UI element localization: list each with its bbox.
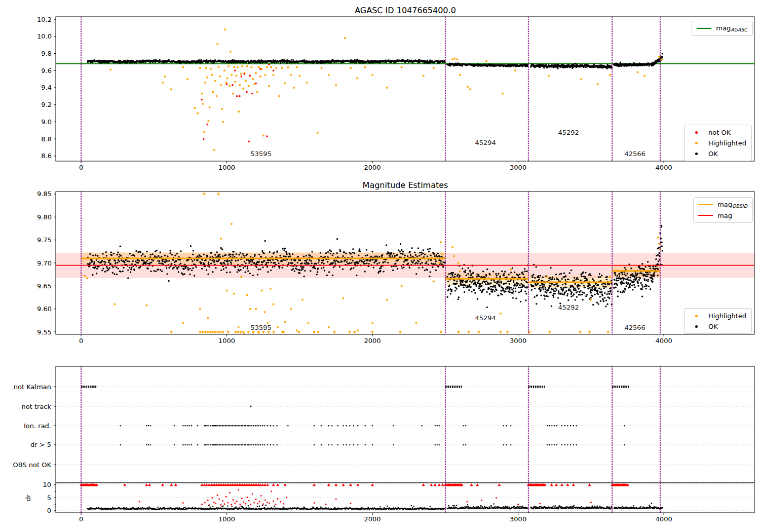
flag-row-label: OBS not OK <box>13 461 52 469</box>
legend-entry: Highlighted <box>689 311 746 320</box>
top-xtick: 0 <box>79 164 83 171</box>
flag-row-label: Ion. rad. <box>24 422 51 430</box>
legend-label: Highlighted <box>708 140 746 146</box>
obsid-label: 42566 <box>625 324 645 331</box>
legend-line-sample <box>697 28 711 29</box>
legend-label-subscript: OBSID <box>732 203 747 209</box>
top-ytick: 8.8 <box>41 135 52 143</box>
top-xtick: 2000 <box>364 164 381 171</box>
legend-label: mag <box>717 212 732 219</box>
mid-ytick: 9.85 <box>37 190 52 198</box>
mid-xtick: 2000 <box>364 337 381 345</box>
legend-label: magOBSID <box>717 201 747 209</box>
bottom-xtick: 2000 <box>364 515 381 523</box>
legend-label: OK <box>708 323 718 330</box>
top-ytick: 10.2 <box>37 16 52 23</box>
highlighted-points <box>109 28 663 151</box>
flag-row-label: dr > 5 <box>30 441 51 448</box>
obsid-label: 53595 <box>250 324 271 331</box>
dr-ytick: 10 <box>43 481 51 488</box>
not-track-flags <box>250 406 252 407</box>
obsid-label: 42566 <box>625 150 645 158</box>
bottom-xtick: 1000 <box>218 515 235 523</box>
ok-points <box>87 53 663 69</box>
mid-xtick: 0 <box>79 337 83 345</box>
mid-xtick: 3000 <box>510 337 526 345</box>
ion-rad-flags <box>120 425 625 426</box>
mid-ytick: 9.70 <box>37 259 52 267</box>
plot1-title: AGASC ID 1047665400.0 <box>355 6 456 15</box>
top-ytick: 9.4 <box>41 84 52 91</box>
legend-marker-sample <box>689 142 704 144</box>
top-ytick: 9.0 <box>41 118 52 126</box>
legend-marker-sample <box>689 131 704 134</box>
legend-marker-sample <box>689 153 704 155</box>
obsid-boundary-lines <box>81 366 660 513</box>
top-xtick: 3000 <box>510 164 526 171</box>
legend-label: magAGASC <box>716 25 747 32</box>
top-ytick: 9.8 <box>41 50 52 57</box>
legend-entry: OK <box>689 322 746 331</box>
legend-label: OK <box>708 150 718 157</box>
figure-canvas: 535954529445292425660100020003000400010.… <box>0 0 760 532</box>
mid-ytick: 9.60 <box>37 305 52 313</box>
mid-ytick: 9.65 <box>37 282 52 290</box>
obsid-label: 53595 <box>250 150 271 158</box>
dr-ytick: 0 <box>47 507 51 514</box>
obsid-label: 45294 <box>475 314 496 322</box>
grid-lines <box>56 387 754 511</box>
top-ytick: 10.0 <box>37 32 52 40</box>
dr-axis-label: dr <box>24 494 32 501</box>
obsid-label: 45292 <box>558 303 579 311</box>
legend-entry: mag <box>698 211 747 220</box>
bottom-xtick: 3000 <box>510 515 526 523</box>
top-plot: 535954529445292425660100020003000400010.… <box>37 16 754 171</box>
bottom-plot: 01000200030004000not Kalmannot trackIon.… <box>13 366 755 523</box>
legend-entry: Highlighted <box>689 138 746 147</box>
flag-row-label: not track <box>21 403 51 410</box>
legend-label: Highlighted <box>708 313 746 319</box>
top-plot-data <box>56 17 754 161</box>
legend-mag-lines: magOBSIDmag <box>693 197 753 223</box>
top-axes: 0100020003000400010.210.09.89.69.49.29.0… <box>37 16 754 171</box>
top-ytick: 8.6 <box>41 152 52 160</box>
middle-plot-data <box>56 192 754 335</box>
legend-point-types-top: not OKHighlightedOK <box>684 125 752 161</box>
legend-entry: not OK <box>689 128 746 137</box>
top-ytick: 9.2 <box>41 101 52 108</box>
top-xtick: 1000 <box>218 164 235 171</box>
legend-label: not OK <box>708 129 731 136</box>
legend-point-types-mid: HighlightedOK <box>684 308 752 334</box>
legend-label-subscript: AGASC <box>731 27 747 32</box>
dr-gt5-flags <box>120 444 625 445</box>
legend-mag-agasc: magAGASC <box>692 21 753 36</box>
mid-xtick: 1000 <box>218 337 235 345</box>
top-ytick: 9.6 <box>41 67 52 74</box>
chart-svg: 535954529445292425660100020003000400010.… <box>0 0 760 532</box>
flag-row-label: not Kalman <box>14 383 51 391</box>
middle-plot: 53595452944529242566010002000300040009.8… <box>37 190 754 345</box>
legend-entry: OK <box>689 149 746 158</box>
obsid-label: 45292 <box>558 129 579 136</box>
mid-ytick: 9.75 <box>37 236 52 244</box>
dr-trace-points <box>87 503 663 510</box>
mid-ytick: 9.80 <box>37 213 52 221</box>
legend-marker-sample <box>689 325 704 328</box>
bottom-xtick: 0 <box>79 515 83 523</box>
bottom-plot-data <box>80 366 663 513</box>
obsid-label: 45294 <box>475 139 496 146</box>
obsid-boundary-lines <box>81 17 660 161</box>
bottom-xtick: 4000 <box>656 515 672 523</box>
legend-line-sample <box>698 215 713 216</box>
dr-ytick: 5 <box>47 494 51 502</box>
mid-xtick: 4000 <box>656 337 672 345</box>
legend-entry: magOBSID <box>698 200 747 209</box>
legend-line-sample <box>698 204 713 205</box>
mid-ytick: 9.55 <box>37 328 52 336</box>
top-xtick: 4000 <box>656 164 672 171</box>
dr-red-points <box>139 489 592 506</box>
plot2-title: Magnitude Estimates <box>363 180 448 190</box>
legend-entry: magAGASC <box>697 24 747 33</box>
legend-marker-sample <box>689 315 704 317</box>
